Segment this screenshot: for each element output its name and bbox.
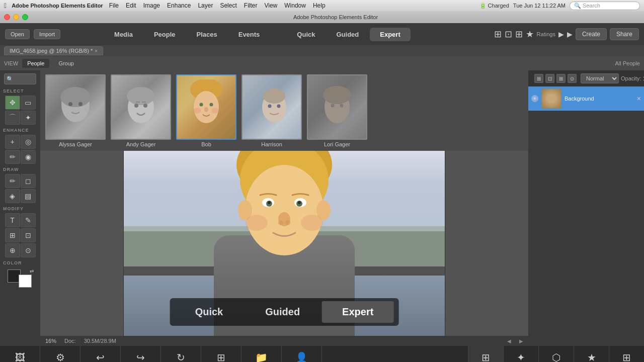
people-tab[interactable]: People [22,59,49,68]
toolbar-icon-1[interactable]: ⊞ [494,29,502,40]
tab-guided[interactable]: Guided [326,28,369,41]
person-card-alyssa[interactable]: Alyssa Gager [45,74,106,147]
tool-options-button[interactable]: ⚙ Tool Options [40,346,80,362]
window-maximize-button[interactable] [22,14,28,20]
person-card-harrison[interactable]: Harrison [242,74,302,147]
layer-visibility-icon[interactable]: 👁 [531,95,538,102]
warp-tool[interactable]: ⊕ [5,243,20,257]
blend-mode-select[interactable]: Normal Dissolve Multiply Screen Overlay [581,73,619,83]
arrow-icon[interactable]: ▶ [558,30,564,38]
swap-colors-icon[interactable]: ⇄ [30,268,34,274]
person-photo-lori[interactable] [307,74,367,140]
svg-point-35 [298,201,301,204]
text-options-tool[interactable]: ✎ [21,213,36,227]
magic-wand-tool[interactable]: ✦ [21,111,36,125]
menu-view[interactable]: View [261,1,280,10]
move-tool[interactable]: ✥ [5,96,20,110]
text-tool[interactable]: T [5,213,20,227]
toolbar-icon-2[interactable]: ⊡ [505,29,512,40]
toolbar-icon-3[interactable]: ⊞ [515,29,523,40]
tab-people[interactable]: People [144,28,186,41]
brush-tool[interactable]: ✏ [5,174,20,188]
menu-enhance[interactable]: Enhance [164,1,194,10]
undo-button[interactable]: ↩ Undo [80,346,121,362]
panel-icon-4[interactable]: ⊙ [568,74,577,83]
group-tab[interactable]: Group [53,59,79,68]
panel-icon-3[interactable]: ⊞ [556,74,566,83]
menu-image[interactable]: Image [140,1,163,10]
tab-expert[interactable]: Expert [370,28,410,41]
transform-tool[interactable]: ⊞ [5,228,20,242]
menu-layer[interactable]: Layer [195,1,216,10]
paint-bucket-tool[interactable]: ◈ [5,189,20,203]
scroll-left-icon[interactable]: ◀ [507,338,511,344]
menu-file[interactable]: File [106,1,122,10]
person-photo-bob[interactable] [176,74,236,140]
person-photo-harrison[interactable] [242,74,302,140]
svg-point-38 [285,220,290,225]
photo-bin-button[interactable]: 🖼 Photo Bin [0,346,40,362]
lasso-tool[interactable]: ⌒ [5,111,20,125]
effects-button[interactable]: ✦ Effects [503,346,538,362]
tab-places[interactable]: Places [187,28,227,41]
doc-close-icon[interactable]: × [95,48,98,54]
marquee-tool[interactable]: ▭ [21,96,36,110]
layer-item-background[interactable]: 👁 Background × [528,86,644,111]
harrison-face-svg [252,82,292,132]
layer-close-icon[interactable]: × [637,95,641,103]
more-button[interactable]: ⊞ More [609,346,644,362]
person-card-andy[interactable]: Andy Gager [111,74,171,147]
create-button[interactable]: Create [576,28,607,40]
mode-expert-overlay[interactable]: Expert [322,301,393,323]
add-people-icon: 👤 [295,351,308,362]
background-color[interactable] [19,275,32,288]
tab-quick[interactable]: Quick [287,28,325,41]
add-people-button[interactable]: 👤 Add People [282,346,322,362]
menu-window[interactable]: Window [281,1,309,10]
window-close-button[interactable] [4,14,10,20]
layers-button[interactable]: ⊞ Layers [468,346,503,362]
menu-help[interactable]: Help [310,1,329,10]
gradient-tool[interactable]: ▤ [21,189,36,203]
person-card-bob[interactable]: Bob [176,74,236,147]
redo-button[interactable]: ↪ Redo [121,346,161,362]
eraser-tool[interactable]: ◻ [21,174,36,188]
tool-search[interactable]: 🔍 [4,73,36,84]
person-photo-alyssa[interactable] [45,74,106,140]
toolbar-icon-ratings[interactable]: ★ [526,29,534,40]
panel-icon-1[interactable]: ⊞ [534,74,543,83]
person-photo-andy[interactable] [111,74,171,140]
window-minimize-button[interactable] [13,14,19,20]
adjustment-tool[interactable]: ⊙ [21,243,36,257]
search-input[interactable]: 🔍 Search [570,2,640,10]
favorites-button[interactable]: ★ Favorites [574,346,609,362]
doc-tab-bar: IMG_4658.jpeg @ 16% (RGB/8) * × [0,45,644,56]
rotate-button[interactable]: ↻ Rotate [161,346,201,362]
crop-tool[interactable]: ⊡ [21,228,36,242]
clone-tool[interactable]: ◉ [21,150,36,164]
menu-select[interactable]: Select [217,1,239,10]
menu-filter[interactable]: Filter [241,1,261,10]
tab-events[interactable]: Events [228,28,270,41]
healing-tool[interactable]: ✏ [5,150,20,164]
open-button[interactable]: Open [5,29,30,39]
menu-edit[interactable]: Edit [123,1,139,10]
graphics-button[interactable]: ⬡ Graphics [538,346,574,362]
organizer-button[interactable]: 📁 Organizer [242,346,282,362]
arrow-icon-2[interactable]: ▶ [567,30,573,38]
canvas-image[interactable]: Quick Guided Expert [123,151,445,336]
share-button[interactable]: Share [610,28,639,40]
person-card-lori[interactable]: Lori Gager [307,74,367,147]
mode-quick-overlay[interactable]: Quick [175,301,244,323]
layout-button[interactable]: ⊞ Layout [201,346,242,362]
mode-guided-overlay[interactable]: Guided [245,301,320,323]
scroll-right-icon[interactable]: ▶ [519,338,523,344]
panel-icon-2[interactable]: ⊡ [545,74,554,83]
organizer-icon: 📁 [255,351,268,362]
tab-media[interactable]: Media [104,28,143,41]
enhance-tool-2[interactable]: ◎ [21,135,36,149]
enhance-tool-1[interactable]: + [5,135,20,149]
import-button[interactable]: Import [34,29,60,39]
doc-tab[interactable]: IMG_4658.jpeg @ 16% (RGB/8) * × [4,46,103,55]
center-area: Alyssa Gager [40,70,528,346]
